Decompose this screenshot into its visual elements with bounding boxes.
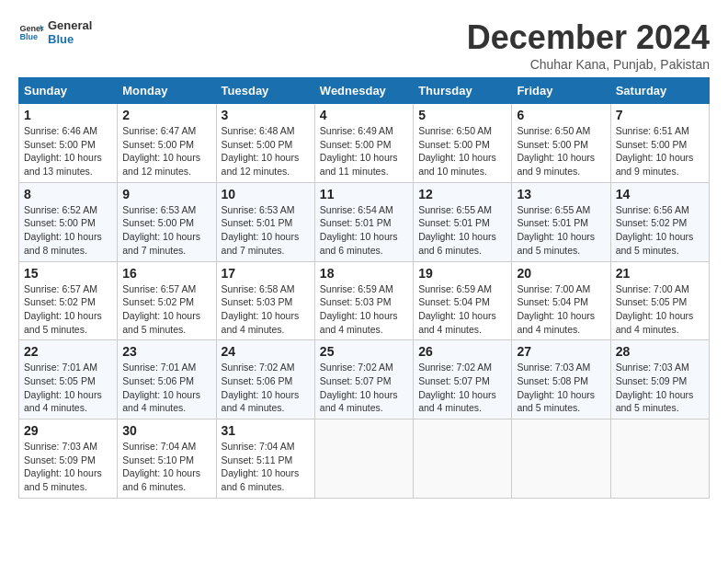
day-info: Sunrise: 7:03 AM Sunset: 5:09 PM Dayligh… <box>616 361 704 415</box>
day-info: Sunrise: 6:58 AM Sunset: 5:03 PM Dayligh… <box>222 282 310 337</box>
calendar-cell <box>414 419 512 499</box>
day-number: 17 <box>222 266 310 281</box>
day-number: 18 <box>320 266 408 281</box>
calendar-cell: 2 Sunrise: 6:47 AM Sunset: 5:00 PM Dayli… <box>118 104 216 183</box>
day-number: 15 <box>24 266 112 281</box>
day-number: 19 <box>418 266 506 281</box>
day-number: 1 <box>24 108 112 122</box>
calendar-cell: 13 Sunrise: 6:55 AM Sunset: 5:01 PM Dayl… <box>512 182 610 261</box>
header-tuesday: Tuesday <box>216 78 314 104</box>
calendar-cell: 5 Sunrise: 6:50 AM Sunset: 5:00 PM Dayli… <box>414 104 512 183</box>
calendar-cell: 26 Sunrise: 7:02 AM Sunset: 5:07 PM Dayl… <box>414 340 512 419</box>
calendar-cell: 7 Sunrise: 6:51 AM Sunset: 5:00 PM Dayli… <box>610 104 709 183</box>
day-number: 3 <box>222 108 310 122</box>
calendar-cell: 3 Sunrise: 6:48 AM Sunset: 5:00 PM Dayli… <box>216 104 314 183</box>
day-number: 30 <box>122 423 210 438</box>
calendar-cell: 8 Sunrise: 6:52 AM Sunset: 5:00 PM Dayli… <box>19 182 118 261</box>
calendar-cell <box>512 419 610 499</box>
logo-blue: Blue <box>48 32 92 46</box>
day-info: Sunrise: 6:50 AM Sunset: 5:00 PM Dayligh… <box>517 124 605 178</box>
calendar-cell: 4 Sunrise: 6:49 AM Sunset: 5:00 PM Dayli… <box>314 104 413 183</box>
day-info: Sunrise: 6:59 AM Sunset: 5:04 PM Dayligh… <box>418 282 506 337</box>
calendar-cell: 28 Sunrise: 7:03 AM Sunset: 5:09 PM Dayl… <box>610 340 709 419</box>
day-number: 7 <box>616 108 704 122</box>
header-thursday: Thursday <box>414 78 512 104</box>
logo-general: General <box>48 18 92 32</box>
day-number: 13 <box>517 187 605 201</box>
calendar-cell: 12 Sunrise: 6:55 AM Sunset: 5:01 PM Dayl… <box>414 182 512 261</box>
calendar-cell: 30 Sunrise: 7:04 AM Sunset: 5:10 PM Dayl… <box>118 419 216 499</box>
day-number: 2 <box>122 108 210 122</box>
calendar-cell: 18 Sunrise: 6:59 AM Sunset: 5:03 PM Dayl… <box>314 261 413 340</box>
day-info: Sunrise: 7:01 AM Sunset: 5:05 PM Dayligh… <box>24 361 112 415</box>
calendar-week-row: 22 Sunrise: 7:01 AM Sunset: 5:05 PM Dayl… <box>19 340 710 419</box>
day-info: Sunrise: 6:49 AM Sunset: 5:00 PM Dayligh… <box>320 124 408 178</box>
day-number: 6 <box>517 108 605 122</box>
logo: General Blue General Blue <box>18 18 92 46</box>
day-info: Sunrise: 7:00 AM Sunset: 5:04 PM Dayligh… <box>517 282 605 337</box>
day-number: 25 <box>320 344 408 359</box>
header: General Blue General Blue December 2024 … <box>18 18 710 72</box>
calendar-week-row: 29 Sunrise: 7:03 AM Sunset: 5:09 PM Dayl… <box>19 419 710 499</box>
calendar-cell: 1 Sunrise: 6:46 AM Sunset: 5:00 PM Dayli… <box>19 104 118 183</box>
day-info: Sunrise: 6:50 AM Sunset: 5:00 PM Dayligh… <box>418 124 506 178</box>
day-info: Sunrise: 6:55 AM Sunset: 5:01 PM Dayligh… <box>517 203 605 258</box>
header-monday: Monday <box>118 78 216 104</box>
day-info: Sunrise: 6:55 AM Sunset: 5:01 PM Dayligh… <box>418 203 506 258</box>
calendar-cell <box>610 419 709 499</box>
calendar-cell: 17 Sunrise: 6:58 AM Sunset: 5:03 PM Dayl… <box>216 261 314 340</box>
calendar-cell: 14 Sunrise: 6:56 AM Sunset: 5:02 PM Dayl… <box>610 182 709 261</box>
day-number: 5 <box>418 108 506 122</box>
day-info: Sunrise: 7:03 AM Sunset: 5:08 PM Dayligh… <box>517 361 605 415</box>
day-number: 27 <box>517 344 605 359</box>
day-info: Sunrise: 6:57 AM Sunset: 5:02 PM Dayligh… <box>122 282 210 337</box>
day-number: 26 <box>418 344 506 359</box>
day-number: 10 <box>222 187 310 201</box>
day-info: Sunrise: 6:56 AM Sunset: 5:02 PM Dayligh… <box>616 203 704 258</box>
day-info: Sunrise: 6:46 AM Sunset: 5:00 PM Dayligh… <box>24 124 112 178</box>
header-sunday: Sunday <box>19 78 118 104</box>
calendar-cell: 10 Sunrise: 6:53 AM Sunset: 5:01 PM Dayl… <box>216 182 314 261</box>
day-number: 20 <box>517 266 605 281</box>
calendar-cell <box>314 419 413 499</box>
day-info: Sunrise: 6:52 AM Sunset: 5:00 PM Dayligh… <box>24 203 112 258</box>
header-wednesday: Wednesday <box>314 78 413 104</box>
calendar-cell: 16 Sunrise: 6:57 AM Sunset: 5:02 PM Dayl… <box>118 261 216 340</box>
calendar-cell: 23 Sunrise: 7:01 AM Sunset: 5:06 PM Dayl… <box>118 340 216 419</box>
title-area: December 2024 Chuhar Kana, Punjab, Pakis… <box>467 18 710 72</box>
day-info: Sunrise: 7:04 AM Sunset: 5:10 PM Dayligh… <box>122 440 210 494</box>
calendar-week-row: 15 Sunrise: 6:57 AM Sunset: 5:02 PM Dayl… <box>19 261 710 340</box>
calendar-cell: 19 Sunrise: 6:59 AM Sunset: 5:04 PM Dayl… <box>414 261 512 340</box>
day-info: Sunrise: 6:53 AM Sunset: 5:01 PM Dayligh… <box>222 203 310 258</box>
calendar-cell: 6 Sunrise: 6:50 AM Sunset: 5:00 PM Dayli… <box>512 104 610 183</box>
calendar-cell: 25 Sunrise: 7:02 AM Sunset: 5:07 PM Dayl… <box>314 340 413 419</box>
day-number: 14 <box>616 187 704 201</box>
day-number: 12 <box>418 187 506 201</box>
day-info: Sunrise: 6:54 AM Sunset: 5:01 PM Dayligh… <box>320 203 408 258</box>
calendar-cell: 27 Sunrise: 7:03 AM Sunset: 5:08 PM Dayl… <box>512 340 610 419</box>
calendar-cell: 11 Sunrise: 6:54 AM Sunset: 5:01 PM Dayl… <box>314 182 413 261</box>
day-info: Sunrise: 7:02 AM Sunset: 5:07 PM Dayligh… <box>418 361 506 415</box>
day-number: 8 <box>24 187 112 201</box>
calendar-cell: 21 Sunrise: 7:00 AM Sunset: 5:05 PM Dayl… <box>610 261 709 340</box>
calendar-cell: 20 Sunrise: 7:00 AM Sunset: 5:04 PM Dayl… <box>512 261 610 340</box>
day-info: Sunrise: 6:57 AM Sunset: 5:02 PM Dayligh… <box>24 282 112 337</box>
day-info: Sunrise: 7:02 AM Sunset: 5:07 PM Dayligh… <box>320 361 408 415</box>
calendar-cell: 31 Sunrise: 7:04 AM Sunset: 5:11 PM Dayl… <box>216 419 314 499</box>
day-info: Sunrise: 7:00 AM Sunset: 5:05 PM Dayligh… <box>616 282 704 337</box>
header-saturday: Saturday <box>610 78 709 104</box>
day-info: Sunrise: 6:53 AM Sunset: 5:00 PM Dayligh… <box>122 203 210 258</box>
calendar-cell: 15 Sunrise: 6:57 AM Sunset: 5:02 PM Dayl… <box>19 261 118 340</box>
header-friday: Friday <box>512 78 610 104</box>
day-info: Sunrise: 6:59 AM Sunset: 5:03 PM Dayligh… <box>320 282 408 337</box>
day-info: Sunrise: 7:04 AM Sunset: 5:11 PM Dayligh… <box>222 440 310 494</box>
calendar-cell: 9 Sunrise: 6:53 AM Sunset: 5:00 PM Dayli… <box>118 182 216 261</box>
day-number: 16 <box>122 266 210 281</box>
day-number: 22 <box>24 344 112 359</box>
day-info: Sunrise: 6:51 AM Sunset: 5:00 PM Dayligh… <box>616 124 704 178</box>
day-number: 28 <box>616 344 704 359</box>
day-number: 24 <box>222 344 310 359</box>
calendar-table: Sunday Monday Tuesday Wednesday Thursday… <box>18 77 710 499</box>
location-subtitle: Chuhar Kana, Punjab, Pakistan <box>467 57 710 72</box>
calendar-cell: 22 Sunrise: 7:01 AM Sunset: 5:05 PM Dayl… <box>19 340 118 419</box>
